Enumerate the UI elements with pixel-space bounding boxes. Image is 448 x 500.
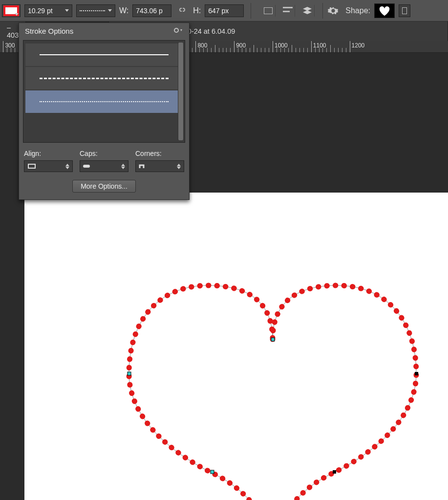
height-field[interactable]: 647 px (205, 4, 244, 17)
caps-dropdown[interactable] (80, 160, 128, 172)
more-options-label: More Options... (81, 182, 128, 190)
stroke-color-swatch[interactable] (2, 4, 21, 17)
shape-picker[interactable] (374, 3, 395, 18)
svg-rect-6 (28, 164, 35, 168)
stroke-width-value: 10.29 pt (28, 7, 53, 15)
svg-rect-3 (211, 470, 214, 474)
link-dimensions-icon[interactable] (175, 6, 189, 15)
path-mode-icon[interactable] (261, 5, 276, 17)
stroke-preset-list (23, 40, 185, 143)
path-align-icon[interactable] (280, 5, 295, 17)
stroke-style-dropdown[interactable] (76, 4, 115, 17)
additional-settings-icon[interactable] (328, 5, 339, 16)
svg-rect-0 (271, 338, 275, 341)
dotted-line-icon (80, 10, 105, 11)
stroke-preset-dotted[interactable] (25, 90, 183, 113)
stroke-preset-dashed[interactable] (25, 67, 183, 89)
shape-label: Shape: (345, 6, 370, 15)
path-operations-group (258, 5, 318, 17)
panel-header: Stroke Options (19, 23, 189, 40)
more-options-button[interactable]: More Options... (72, 180, 136, 193)
svg-rect-7 (83, 165, 90, 168)
shape-swatch-extra[interactable] (399, 4, 410, 17)
stroke-settings-row: Align: Caps: Corners: (19, 143, 189, 175)
height-label: H: (193, 6, 201, 15)
align-label: Align: (24, 150, 73, 157)
svg-rect-2 (415, 372, 418, 375)
stroke-options-panel: Stroke Options Align: Caps: Corners: (19, 22, 190, 200)
width-value: 743.06 p (136, 7, 163, 15)
height-value: 647 px (208, 7, 229, 15)
panel-menu-icon[interactable] (173, 27, 183, 35)
corners-label: Corners: (135, 150, 184, 157)
path-arrange-icon[interactable] (300, 5, 315, 17)
tab-label: –403 (7, 23, 19, 39)
stroke-preset-solid[interactable] (25, 43, 183, 66)
panel-title: Stroke Options (25, 27, 73, 35)
caps-label: Caps: (80, 150, 128, 157)
width-field[interactable]: 743.06 p (132, 4, 171, 17)
align-dropdown[interactable] (24, 160, 73, 172)
svg-rect-4 (333, 470, 336, 474)
width-label: W: (119, 6, 128, 15)
scrollbar[interactable] (178, 43, 184, 140)
options-bar: 10.29 pt W: 743.06 p H: 647 px Shape: (0, 0, 448, 22)
stroke-width-field[interactable]: 10.29 pt (24, 4, 72, 17)
corners-dropdown[interactable] (135, 160, 184, 172)
svg-rect-1 (128, 372, 131, 375)
